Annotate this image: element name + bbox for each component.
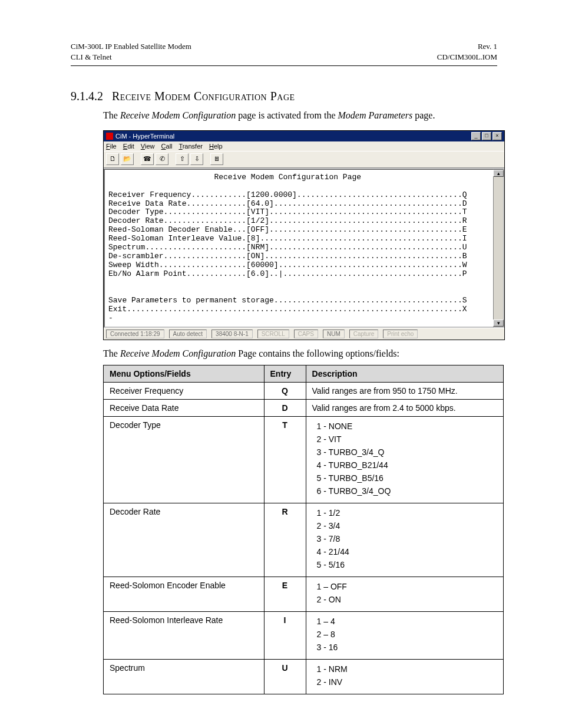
description-line: 2 - VIT: [317, 434, 497, 444]
menu-file[interactable]: File: [106, 143, 117, 150]
status-scroll: SCROLL: [257, 330, 289, 338]
menu-call[interactable]: Call: [161, 143, 173, 150]
hyperterminal-window: CiM - HyperTerminal _ □ × File Edit View…: [103, 130, 505, 340]
description-line: 1 - NONE: [317, 421, 497, 431]
toolbar: 🗋 📂 ☎ ✆ ⇧ ⇩ 🗏: [104, 151, 504, 168]
section-heading: 9.1.4.2 Receive Modem Configuration Page: [71, 90, 497, 103]
status-num: NUM: [323, 330, 345, 338]
cell-field: Receiver Frequency: [104, 382, 265, 399]
description-line: 2 - 3/4: [317, 521, 497, 531]
description-line: 1 - NRM: [317, 664, 497, 674]
call-icon[interactable]: ☎: [141, 153, 154, 165]
send-icon[interactable]: ⇧: [176, 153, 189, 165]
description-line: 3 - TURBO_3/4_Q: [317, 447, 497, 457]
table-row: Reed-Solomon Encoder EnableE1 – OFF2 - O…: [104, 577, 504, 611]
cell-description: Valid ranges are from 950 to 1750 MHz.: [306, 382, 503, 399]
description-line: 3 - 7/8: [317, 534, 497, 543]
status-printecho: Print echo: [383, 330, 418, 338]
cell-field: Decoder Rate: [104, 503, 265, 577]
open-file-icon[interactable]: 📂: [121, 153, 134, 165]
app-icon: [106, 133, 113, 140]
header-left-line2: CLI & Telnet: [71, 52, 191, 62]
cell-description: 1 - 1/22 - 3/43 - 7/84 - 21/445 - 5/16: [306, 503, 503, 577]
window-title: CiM - HyperTerminal: [115, 133, 174, 140]
cell-entry: R: [264, 503, 306, 577]
description-line: 5 - TURBO_B5/16: [317, 473, 497, 483]
header-right-line2: CD/CIM300L.IOM: [437, 52, 497, 62]
cell-entry: I: [264, 611, 306, 659]
page-header: CiM-300L IP Enabled Satellite Modem CLI …: [71, 41, 497, 62]
description-line: 2 – 8: [317, 630, 497, 639]
cell-description: 1 – OFF2 - ON: [306, 577, 503, 611]
options-table: Menu Options/Fields Entry Description Re…: [103, 365, 504, 694]
cell-entry: Q: [264, 382, 306, 399]
cell-field: Reed-Solomon Encoder Enable: [104, 577, 265, 611]
maximize-button[interactable]: □: [482, 132, 491, 140]
header-right: Rev. 1 CD/CIM300L.IOM: [437, 41, 497, 62]
description-line: 4 - TURBO_B21/44: [317, 460, 497, 470]
properties-icon[interactable]: 🗏: [210, 153, 223, 165]
terminal-output[interactable]: Receive Modem Configuration Page Receive…: [104, 169, 493, 328]
window-titlebar: CiM - HyperTerminal _ □ ×: [104, 131, 504, 141]
description-line: 1 - 1/2: [317, 508, 497, 518]
section-title: Receive Modem Configuration Page: [112, 90, 295, 103]
cell-field: Receive Data Rate: [104, 399, 265, 416]
status-bar: Connected 1:18:29 Auto detect 38400 8-N-…: [104, 328, 504, 340]
scroll-up-icon[interactable]: ▴: [493, 170, 504, 177]
cell-description: 1 – 42 – 83 - 16: [306, 611, 503, 659]
minimize-button[interactable]: _: [471, 132, 481, 140]
cell-entry: E: [264, 577, 306, 611]
cell-description: 1 - NRM2 - INV: [306, 659, 503, 694]
menu-help[interactable]: Help: [209, 143, 223, 150]
cell-description: Valid ranges are from 2.4 to 5000 kbps.: [306, 399, 503, 416]
status-detect: Auto detect: [169, 330, 207, 338]
cell-entry: T: [264, 416, 306, 503]
col-menu-options: Menu Options/Fields: [104, 365, 265, 382]
intro-paragraph: The Receive Modem Configuration page is …: [103, 109, 497, 122]
table-row: Receive Data RateDValid ranges are from …: [104, 399, 504, 416]
table-row: Decoder TypeT1 - NONE2 - VIT3 - TURBO_3/…: [104, 416, 504, 503]
cell-entry: D: [264, 399, 306, 416]
scroll-down-icon[interactable]: ▾: [493, 319, 504, 327]
close-button[interactable]: ×: [492, 132, 502, 140]
description-line: 5 - 5/16: [317, 560, 497, 569]
header-rule: [71, 65, 497, 66]
menu-bar: File Edit View Call Transfer Help: [104, 141, 504, 151]
status-params: 38400 8-N-1: [211, 330, 253, 338]
menu-edit[interactable]: Edit: [123, 143, 134, 150]
section-number: 9.1.4.2: [71, 90, 103, 103]
description-line: 2 - INV: [317, 677, 497, 687]
status-caps: CAPS: [294, 330, 318, 338]
description-line: 1 – 4: [317, 617, 497, 626]
table-header-row: Menu Options/Fields Entry Description: [104, 365, 504, 382]
scrollbar[interactable]: ▴ ▾: [493, 169, 504, 328]
cell-field: Decoder Type: [104, 416, 265, 503]
header-right-line1: Rev. 1: [437, 41, 497, 52]
header-left-line1: CiM-300L IP Enabled Satellite Modem: [71, 41, 191, 52]
description-line: 3 - 16: [317, 643, 497, 652]
new-file-icon[interactable]: 🗋: [106, 153, 119, 165]
table-row: Reed-Solomon Interleave RateI1 – 42 – 83…: [104, 611, 504, 659]
description-line: 4 - 21/44: [317, 547, 497, 556]
menu-view[interactable]: View: [141, 143, 155, 150]
hangup-icon[interactable]: ✆: [156, 153, 168, 165]
table-row: SpectrumU1 - NRM2 - INV: [104, 659, 504, 694]
description-line: 2 - ON: [317, 595, 497, 604]
col-description: Description: [306, 365, 503, 382]
menu-transfer[interactable]: Transfer: [178, 143, 203, 150]
status-connection: Connected 1:18:29: [106, 330, 164, 338]
cell-description: 1 - NONE2 - VIT3 - TURBO_3/4_Q4 - TURBO_…: [306, 416, 503, 503]
header-left: CiM-300L IP Enabled Satellite Modem CLI …: [71, 41, 191, 62]
cell-field: Reed-Solomon Interleave Rate: [104, 611, 265, 659]
status-capture: Capture: [349, 330, 379, 338]
receive-icon[interactable]: ⇩: [190, 153, 203, 165]
col-entry: Entry: [264, 365, 306, 382]
cell-entry: U: [264, 659, 306, 694]
after-paragraph: The Receive Modem Configuration Page con…: [103, 348, 497, 359]
description-line: 1 – OFF: [317, 582, 497, 591]
cell-field: Spectrum: [104, 659, 265, 694]
description-line: 6 - TURBO_3/4_OQ: [317, 486, 497, 496]
table-row: Receiver FrequencyQValid ranges are from…: [104, 382, 504, 399]
table-row: Decoder RateR1 - 1/22 - 3/43 - 7/84 - 21…: [104, 503, 504, 577]
